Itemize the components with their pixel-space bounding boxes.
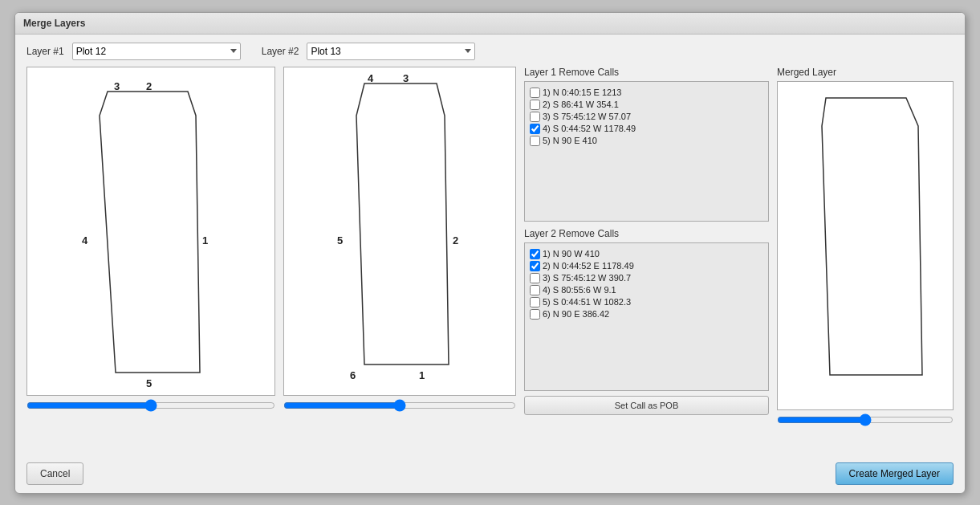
merged-layer-label: Merged Layer	[777, 67, 954, 78]
list-item: 3) S 75:45:12 W 57.07	[530, 111, 763, 123]
list-item: 1) N 0:40:15 E 1213	[530, 87, 763, 99]
layer1-slider-row	[26, 399, 275, 414]
layer1-canvas-panel: 2 3 1 4 5	[26, 67, 275, 448]
layer2-svg: 3 4 2 5 6 1	[284, 67, 517, 397]
layer2-select[interactable]: Plot 12 Plot 13 Plot 14	[307, 43, 475, 60]
layer1-canvas: 2 3 1 4 5	[26, 67, 275, 396]
l2-node1-label: 1	[419, 369, 425, 381]
node5-label: 5	[146, 377, 152, 389]
l2-node6-label: 6	[350, 369, 356, 381]
layer1-calls-box: 1) N 0:40:15 E 1213 2) S 86:41 W 354.1 3…	[524, 81, 769, 222]
list-item: 5) N 90 E 410	[530, 135, 763, 147]
l2-call4-text: 4) S 80:55:6 W 9.1	[543, 285, 616, 295]
merge-layers-dialog: Merge Layers Layer #1 Plot 12 Plot 13 Pl…	[14, 12, 966, 494]
l2-node3-label: 3	[403, 72, 409, 84]
svg-marker-2	[822, 98, 922, 375]
content-area: 2 3 1 4 5	[26, 67, 954, 448]
l2-call2-checkbox[interactable]	[530, 261, 540, 271]
layer1-label: Layer #1	[26, 46, 64, 57]
merged-svg	[778, 82, 954, 411]
list-item: 2) S 86:41 W 354.1	[530, 99, 763, 111]
merged-slider-row	[777, 413, 954, 429]
layer1-select[interactable]: Plot 12 Plot 13 Plot 14	[72, 43, 241, 60]
layer2-calls-box: 1) N 90 W 410 2) N 0:44:52 E 1178.49 3) …	[524, 242, 769, 391]
call4-checkbox[interactable]	[530, 124, 540, 134]
layer1-calls-title: Layer 1 Remove Calls	[524, 67, 769, 78]
layer2-slider[interactable]	[283, 399, 516, 412]
layer2-slider-row	[283, 399, 516, 414]
layer2-calls-list: 1) N 90 W 410 2) N 0:44:52 E 1178.49 3) …	[530, 248, 763, 320]
l2-call3-checkbox[interactable]	[530, 273, 540, 283]
layer1-slider[interactable]	[26, 399, 275, 412]
list-item: 3) S 75:45:12 W 390.7	[530, 272, 763, 284]
list-item: 4) S 80:55:6 W 9.1	[530, 284, 763, 296]
list-item: 5) S 0:44:51 W 1082.3	[530, 296, 763, 308]
merged-canvas	[777, 81, 954, 410]
l2-call6-text: 6) N 90 E 386.42	[543, 309, 609, 319]
merged-slider[interactable]	[777, 413, 954, 426]
list-item: 4) S 0:44:52 W 1178.49	[530, 123, 763, 135]
layer1-calls-section: Layer 1 Remove Calls 1) N 0:40:15 E 1213…	[524, 67, 769, 222]
node3-label: 3	[114, 80, 120, 92]
node1-label: 1	[202, 234, 208, 246]
call1-checkbox[interactable]	[530, 88, 540, 98]
l2-call4-checkbox[interactable]	[530, 285, 540, 295]
l2-node5-label: 5	[337, 234, 343, 246]
node2-label: 2	[146, 80, 152, 92]
cancel-button[interactable]: Cancel	[26, 462, 83, 485]
set-pob-button[interactable]: Set Call as POB	[524, 396, 769, 415]
svg-marker-0	[100, 92, 200, 373]
svg-marker-1	[356, 83, 449, 364]
layer2-canvas-panel: 3 4 2 5 6 1	[283, 67, 516, 448]
call5-checkbox[interactable]	[530, 136, 540, 146]
list-item: 2) N 0:44:52 E 1178.49	[530, 260, 763, 272]
node4-label: 4	[82, 234, 88, 246]
layer1-svg: 2 3 1 4 5	[27, 67, 276, 397]
dialog-footer: Cancel Create Merged Layer	[15, 456, 965, 493]
call5-text: 5) N 90 E 410	[543, 136, 597, 145]
l2-call6-checkbox[interactable]	[530, 309, 540, 320]
call2-text: 2) S 86:41 W 354.1	[543, 100, 619, 109]
create-merged-layer-button[interactable]: Create Merged Layer	[836, 462, 954, 485]
call3-text: 3) S 75:45:12 W 57.07	[543, 112, 631, 121]
call2-checkbox[interactable]	[530, 100, 540, 110]
l2-call3-text: 3) S 75:45:12 W 390.7	[543, 273, 631, 283]
l2-call5-text: 5) S 0:44:51 W 1082.3	[543, 297, 631, 307]
dialog-body: Layer #1 Plot 12 Plot 13 Plot 14 Layer #…	[15, 35, 965, 456]
layer1-calls-list: 1) N 0:40:15 E 1213 2) S 86:41 W 354.1 3…	[530, 87, 763, 147]
dialog-title: Merge Layers	[15, 13, 965, 35]
merged-layer-panel: Merged Layer	[777, 67, 954, 448]
call1-text: 1) N 0:40:15 E 1213	[543, 88, 621, 97]
layer2-canvas: 3 4 2 5 6 1	[283, 67, 516, 396]
call4-text: 4) S 0:44:52 W 1178.49	[543, 124, 636, 133]
l2-call5-checkbox[interactable]	[530, 297, 540, 307]
l2-node4-label: 4	[368, 72, 374, 84]
list-item: 1) N 90 W 410	[530, 248, 763, 260]
l2-call1-text: 1) N 90 W 410	[543, 249, 600, 259]
layer2-label: Layer #2	[262, 46, 299, 57]
top-row: Layer #1 Plot 12 Plot 13 Plot 14 Layer #…	[26, 43, 954, 60]
right-column: Layer 1 Remove Calls 1) N 0:40:15 E 1213…	[524, 67, 769, 448]
layer2-calls-title: Layer 2 Remove Calls	[524, 228, 769, 239]
layer2-calls-section: Layer 2 Remove Calls 1) N 90 W 410 2) N …	[524, 228, 769, 415]
l2-call1-checkbox[interactable]	[530, 249, 540, 259]
call3-checkbox[interactable]	[530, 112, 540, 122]
list-item: 6) N 90 E 386.42	[530, 308, 763, 320]
l2-node2-label: 2	[453, 234, 458, 246]
l2-call2-text: 2) N 0:44:52 E 1178.49	[543, 261, 634, 271]
